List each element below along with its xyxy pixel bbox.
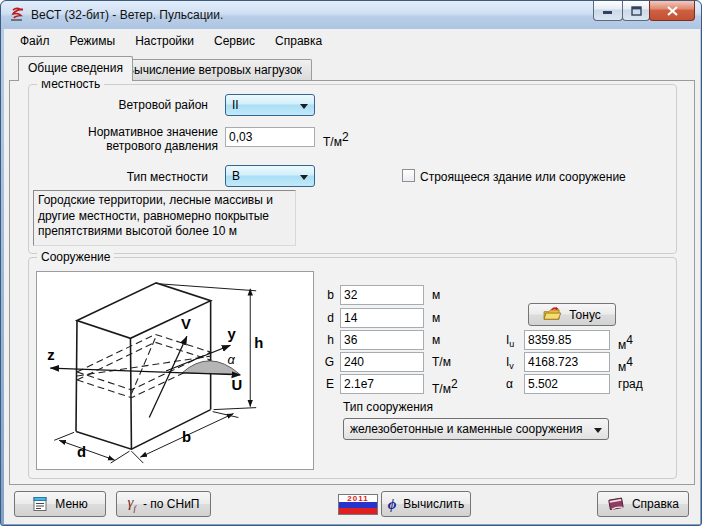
- window-title: ВеСТ (32-бит) - Ветер. Пульсации.: [31, 8, 223, 22]
- structure-groupbox: Сооружение: [28, 257, 677, 479]
- wind-region-combobox[interactable]: II: [225, 94, 315, 116]
- close-button[interactable]: [649, 1, 695, 21]
- help-book-icon: [607, 496, 625, 512]
- wind-region-label: Ветровой район: [49, 98, 208, 112]
- Iu-label: Iu: [506, 333, 514, 349]
- terrain-description: Городские территории, лесные массивы и д…: [33, 190, 296, 246]
- diagram-label-h: h: [254, 335, 263, 351]
- menu-item-settings[interactable]: Настройки: [125, 30, 204, 52]
- under-construction-label: Строящееся здание или сооружение: [420, 170, 626, 184]
- wind-region-value: II: [232, 98, 239, 112]
- structure-group-label: Сооружение: [37, 250, 114, 264]
- d-label: d: [310, 311, 334, 325]
- d-input[interactable]: [340, 308, 424, 328]
- minimize-icon: [603, 6, 613, 16]
- b-unit: м: [432, 288, 440, 302]
- phi-icon: ϕ: [388, 497, 397, 512]
- tonus-button[interactable]: Тонус: [528, 303, 616, 326]
- terrain-type-label: Тип местности: [49, 170, 208, 184]
- diagram-label-u: U: [231, 377, 242, 393]
- snip-button[interactable]: γf - по СНиП: [116, 491, 211, 517]
- d-unit: м: [432, 311, 440, 325]
- E-input[interactable]: [340, 374, 424, 394]
- app-icon: [9, 7, 25, 23]
- structure-diagram: V y h z U b d α: [36, 271, 314, 470]
- help-button[interactable]: Справка: [597, 491, 689, 517]
- structure-type-label: Тип сооружения: [343, 400, 433, 414]
- menu-list-icon: [32, 496, 48, 512]
- chevron-down-icon: [594, 428, 602, 433]
- terrain-type-value: В: [232, 169, 240, 183]
- diagram-label-v: V: [181, 316, 191, 332]
- Iv-label: Iv: [506, 355, 514, 371]
- menu-item-service[interactable]: Сервис: [204, 30, 265, 52]
- G-unit: Т/м: [432, 355, 451, 369]
- h-unit: м: [432, 333, 440, 347]
- alpha-unit: град: [618, 377, 643, 391]
- Iu-unit: м4: [618, 333, 633, 352]
- pressure-label: Нормативное значение ветрового давления: [36, 125, 218, 153]
- diagram-label-d: d: [77, 444, 86, 460]
- app-window: ВеСТ (32-бит) - Ветер. Пульсации. Файл Р…: [0, 0, 702, 526]
- tab-wind-load-calc[interactable]: Вычисление ветровых нагрузок: [116, 59, 312, 80]
- Iv-input[interactable]: [524, 352, 610, 372]
- titlebar: ВеСТ (32-бит) - Ветер. Пульсации.: [1, 1, 701, 29]
- maximize-icon: [631, 6, 642, 16]
- E-label: E: [310, 377, 334, 391]
- flag-year-text: 2011: [339, 495, 377, 502]
- menubar: Файл Режимы Настройки Сервис Справка: [6, 29, 332, 53]
- flag-2011-icon: 2011: [338, 494, 378, 515]
- b-input[interactable]: [340, 285, 424, 305]
- structure-type-value: железобетонные и каменные сооружения: [350, 422, 582, 436]
- close-icon: [667, 6, 678, 16]
- G-input[interactable]: [340, 352, 424, 372]
- gamma-f-icon: γf: [128, 495, 136, 513]
- client-area: Файл Режимы Настройки Сервис Справка Общ…: [4, 29, 700, 524]
- diagram-label-z: z: [47, 347, 54, 363]
- under-construction-checkbox[interactable]: [402, 169, 415, 182]
- structure-type-combobox[interactable]: железобетонные и каменные сооружения: [343, 418, 609, 440]
- diagram-label-alpha: α: [227, 352, 235, 367]
- E-unit: Т/м2: [432, 377, 458, 396]
- h-input[interactable]: [340, 330, 424, 350]
- menu-item-file[interactable]: Файл: [10, 30, 60, 52]
- h-label: h: [310, 333, 334, 347]
- alpha-label: α: [506, 377, 513, 391]
- folder-icon: [543, 307, 562, 322]
- alpha-input[interactable]: [524, 374, 610, 394]
- tab-page-general: Местность Ветровой район II Нормативное …: [9, 80, 695, 485]
- chevron-down-icon: [300, 175, 308, 180]
- menu-button[interactable]: Меню: [14, 491, 106, 517]
- Iv-unit: м4: [618, 355, 633, 374]
- pressure-unit: Т/м2: [323, 130, 349, 149]
- menu-item-help[interactable]: Справка: [265, 30, 332, 52]
- Iu-input[interactable]: [524, 330, 610, 350]
- G-label: G: [310, 355, 334, 369]
- diagram-label-b: b: [182, 429, 191, 445]
- pressure-input[interactable]: [225, 127, 315, 147]
- maximize-button[interactable]: [622, 1, 650, 21]
- menu-item-modes[interactable]: Режимы: [60, 30, 126, 52]
- diagram-label-y: y: [227, 326, 236, 342]
- calculate-button[interactable]: ϕ Вычислить: [381, 491, 471, 517]
- b-label: b: [310, 288, 334, 302]
- terrain-type-combobox[interactable]: В: [225, 165, 315, 187]
- terrain-groupbox: Местность Ветровой район II Нормативное …: [28, 84, 677, 254]
- tab-general-info[interactable]: Общие сведения: [18, 56, 133, 81]
- chevron-down-icon: [300, 104, 308, 109]
- minimize-button[interactable]: [593, 1, 623, 21]
